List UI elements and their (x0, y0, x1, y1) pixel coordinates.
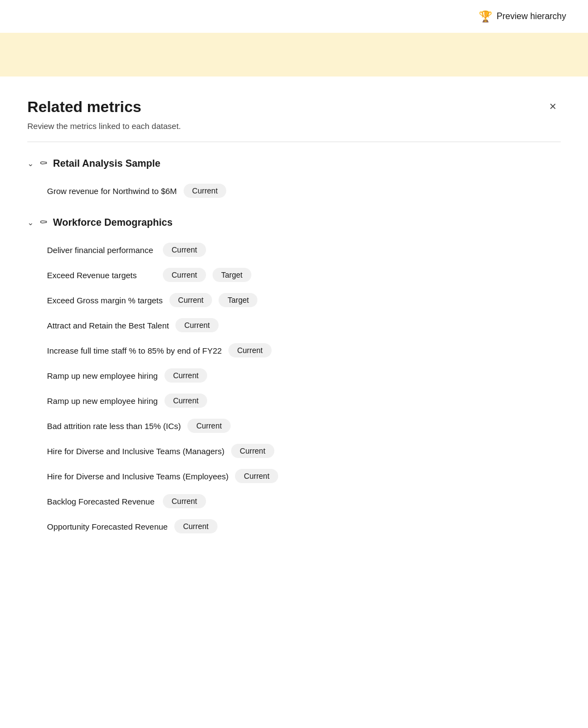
database-icon: ⚰ (39, 157, 48, 169)
top-bar: 🏆 Preview hierarchy (0, 0, 588, 33)
metric-row: Deliver financial performanceCurrent (27, 237, 561, 262)
metric-row: Ramp up new employee hiringCurrent (27, 388, 561, 413)
metric-row: Bad attrition rate less than 15% (ICs)Cu… (27, 413, 561, 438)
datasets-container: ⌄ ⚰ Retail Analysis Sample Grow revenue … (27, 157, 561, 539)
chevron-down-icon[interactable]: ⌄ (27, 159, 34, 168)
badge-current[interactable]: Current (169, 293, 213, 307)
metric-row: Exceed Gross margin % targetsCurrentTarg… (27, 287, 561, 313)
badge-current[interactable]: Current (163, 243, 206, 257)
badge-current[interactable]: Current (228, 343, 272, 357)
badge-current[interactable]: Current (187, 419, 231, 433)
badge-target[interactable]: Target (213, 268, 251, 282)
badge-current[interactable]: Current (184, 184, 227, 198)
metric-label: Opportunity Forecasted Revenue (47, 522, 168, 531)
dataset-section-retail: ⌄ ⚰ Retail Analysis Sample Grow revenue … (27, 157, 561, 203)
database-icon: ⚰ (39, 216, 48, 228)
metric-row: Opportunity Forecasted RevenueCurrent (27, 514, 561, 539)
top-banner (0, 33, 588, 77)
metric-row: Grow revenue for Northwind to $6MCurrent (27, 178, 561, 203)
badge-current[interactable]: Current (163, 494, 206, 508)
divider (27, 142, 561, 142)
trophy-icon: 🏆 (479, 10, 492, 23)
metric-row: Ramp up new employee hiringCurrent (27, 363, 561, 388)
metric-label: Exceed Revenue targets (47, 271, 156, 280)
metric-label: Grow revenue for Northwind to $6M (47, 186, 177, 196)
badge-current[interactable]: Current (163, 268, 206, 282)
metric-label: Exceed Gross margin % targets (47, 296, 163, 305)
metric-label: Hire for Diverse and Inclusive Teams (Em… (47, 472, 228, 481)
metric-label: Bad attrition rate less than 15% (ICs) (47, 421, 181, 431)
dataset-header-retail: ⌄ ⚰ Retail Analysis Sample (27, 157, 561, 169)
close-button[interactable]: × (545, 98, 561, 115)
preview-hierarchy-button[interactable]: 🏆 Preview hierarchy (479, 10, 566, 23)
metric-row: Exceed Revenue targetsCurrentTarget (27, 262, 561, 287)
panel: Related metrics × Review the metrics lin… (0, 77, 588, 574)
metric-label: Ramp up new employee hiring (47, 396, 158, 406)
dataset-name-workforce: Workforce Demographics (53, 217, 173, 228)
metric-row: Attract and Retain the Best TalentCurren… (27, 313, 561, 338)
badge-current[interactable]: Current (174, 519, 217, 533)
badge-target[interactable]: Target (219, 293, 257, 307)
metric-label: Ramp up new employee hiring (47, 371, 158, 380)
panel-header: Related metrics × (27, 98, 561, 116)
metric-row: Hire for Diverse and Inclusive Teams (Ma… (27, 438, 561, 463)
metric-row: Backlog Forecasted RevenueCurrent (27, 489, 561, 514)
metric-label: Attract and Retain the Best Talent (47, 321, 169, 330)
panel-title: Related metrics (27, 98, 142, 116)
metric-row: Increase full time staff % to 85% by end… (27, 338, 561, 363)
badge-current[interactable]: Current (235, 469, 278, 483)
preview-hierarchy-label: Preview hierarchy (497, 11, 566, 21)
dataset-name-retail: Retail Analysis Sample (53, 158, 160, 169)
metric-label: Hire for Diverse and Inclusive Teams (Ma… (47, 447, 225, 456)
metric-label: Increase full time staff % to 85% by end… (47, 346, 222, 355)
badge-current[interactable]: Current (164, 368, 208, 383)
badge-current[interactable]: Current (175, 318, 219, 332)
chevron-down-icon[interactable]: ⌄ (27, 218, 34, 227)
panel-subtitle: Review the metrics linked to each datase… (27, 121, 561, 131)
dataset-section-workforce: ⌄ ⚰ Workforce Demographics Deliver finan… (27, 216, 561, 539)
dataset-header-workforce: ⌄ ⚰ Workforce Demographics (27, 216, 561, 228)
badge-current[interactable]: Current (231, 444, 274, 458)
metric-row: Hire for Diverse and Inclusive Teams (Em… (27, 463, 561, 489)
badge-current[interactable]: Current (164, 394, 208, 408)
metric-label: Deliver financial performance (47, 245, 156, 255)
metric-label: Backlog Forecasted Revenue (47, 497, 156, 506)
